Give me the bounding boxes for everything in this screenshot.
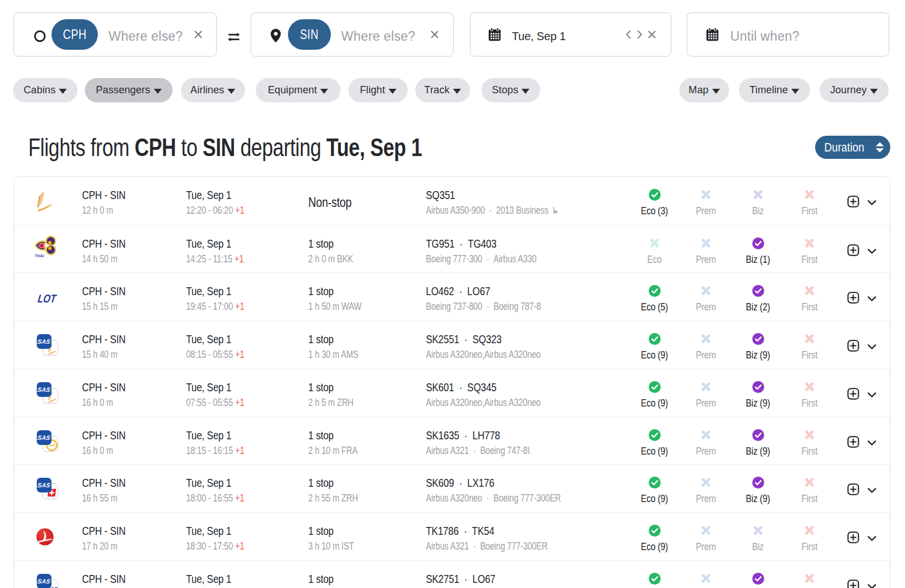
svg-text:THAI: THAI <box>35 254 44 258</box>
